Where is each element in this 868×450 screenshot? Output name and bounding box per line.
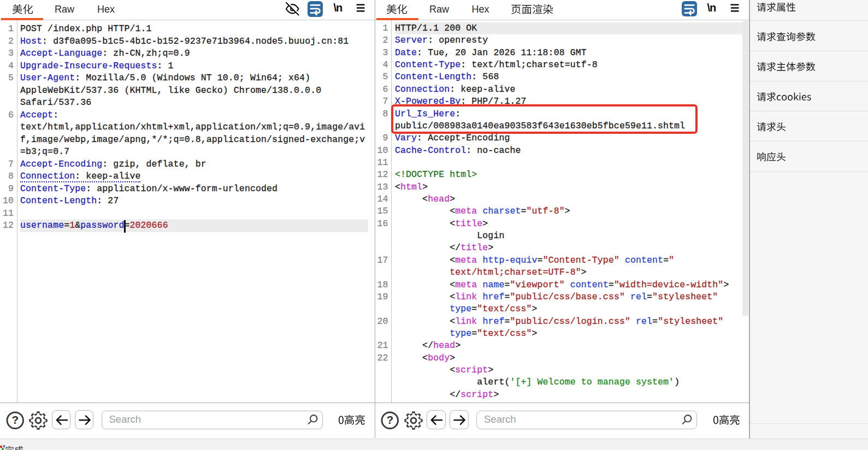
svg-text:?: ? <box>11 413 19 426</box>
svg-text:?: ? <box>386 413 393 426</box>
